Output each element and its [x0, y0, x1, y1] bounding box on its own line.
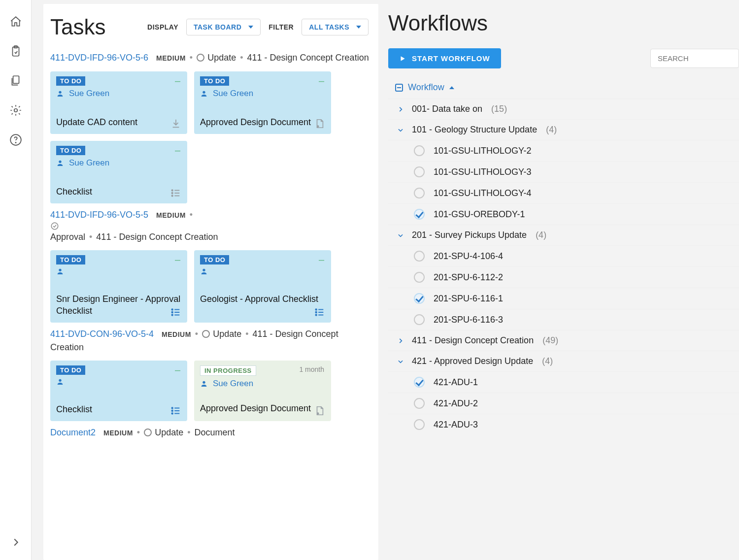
workflow-leaf[interactable]: 101-GSU-LITHOLOGY-3 [388, 161, 739, 182]
workflow-leaf[interactable]: 421-ADU-1 [388, 371, 739, 393]
dash-icon: – [175, 145, 180, 156]
gear-icon[interactable] [8, 102, 24, 118]
chevron-down-icon [356, 26, 361, 29]
assignee: Sue Green [200, 379, 325, 389]
documents-icon[interactable] [8, 73, 24, 89]
workflow-node[interactable]: 421 - Approved Design Update(4) [388, 351, 739, 371]
task-group-link[interactable]: Document2 [50, 428, 96, 437]
workflow-leaf[interactable]: 421-ADU-3 [388, 414, 739, 435]
workflow-leaf[interactable]: 421-ADU-2 [388, 393, 739, 414]
svg-point-17 [171, 314, 172, 315]
workflow-leaf[interactable]: 201-SPU-6-112-2 [388, 266, 739, 288]
task-card[interactable]: TO DO–Sue GreenUpdate CAD content [50, 71, 187, 134]
workflow-leaf-label: 101-GSU-OREBODY-1 [434, 209, 525, 220]
workflow-node[interactable]: 411 - Design Concept Creation(49) [388, 330, 739, 351]
home-icon[interactable] [8, 14, 24, 30]
workflow-leaf[interactable]: 201-SPU-4-106-4 [388, 245, 739, 266]
left-icon-bar [0, 0, 32, 560]
status-badge: TO DO [56, 255, 85, 264]
task-card[interactable]: TO DO–Checklist [50, 361, 187, 421]
list-blue-icon [170, 307, 181, 318]
clipboard-icon[interactable] [8, 43, 24, 59]
workflow-label: 411 - Design Concept Creation [96, 232, 218, 242]
card-title: Snr Design Engineer - Approval Checklist [56, 293, 181, 317]
status-badge: TO DO [56, 365, 85, 375]
workflow-leaf[interactable]: 101-GSU-LITHOLOGY-4 [388, 182, 739, 203]
status-circle-icon [414, 398, 425, 409]
task-card[interactable]: TO DO–Sue GreenApproved Design Document [194, 71, 331, 134]
workflow-leaf[interactable]: 101-GSU-OREBODY-1 [388, 203, 739, 225]
stage-label: Approval [50, 232, 85, 242]
task-group-link[interactable]: 411-DVD-CON-96-VO-5-4 [50, 329, 154, 339]
task-group-header: 411-DVD-IFD-96-VO-5-5 MEDIUM•Approval•41… [43, 208, 378, 246]
dash-icon: – [319, 254, 324, 265]
priority-label: MEDIUM [156, 54, 186, 62]
workflow-search-input[interactable] [650, 49, 739, 68]
priority-label: MEDIUM [103, 429, 133, 437]
task-group-link[interactable]: 411-DVD-IFD-96-VO-5-6 [50, 53, 148, 63]
svg-point-14 [59, 269, 61, 271]
task-card[interactable]: TO DO–Geologist - Approval Checklist [194, 250, 331, 323]
svg-point-8 [317, 125, 319, 128]
status-circle-icon [414, 293, 425, 304]
svg-rect-2 [13, 76, 19, 83]
chevron-icon [397, 232, 405, 239]
card-meta: 1 month [299, 365, 324, 373]
svg-point-22 [59, 379, 61, 382]
list-icon [170, 188, 181, 198]
workflow-leaf-label: 101-GSU-LITHOLOGY-2 [434, 146, 531, 156]
workflow-node[interactable]: 101 - Geology Structure Update(4) [388, 119, 739, 140]
filter-select[interactable]: ALL TASKS [302, 19, 369, 35]
workflow-leaf[interactable]: 201-SPU-6-116-3 [388, 309, 739, 330]
workflow-leaf-label: 421-ADU-1 [434, 377, 478, 388]
priority-label: MEDIUM [156, 211, 186, 219]
workflow-node-count: (15) [491, 104, 507, 114]
display-select[interactable]: TASK BOARD [186, 19, 261, 35]
play-icon [399, 55, 406, 62]
workflow-node-count: (4) [536, 230, 546, 240]
card-title: Checklist [56, 186, 181, 198]
task-group-header: 411-DVD-IFD-96-VO-5-6 MEDIUM•Update•411 … [43, 51, 378, 67]
assignee: Sue Green [200, 89, 325, 99]
expand-sidebar-icon[interactable] [8, 534, 24, 550]
svg-point-26 [202, 381, 205, 384]
svg-point-6 [59, 91, 61, 94]
workflow-node-count: (4) [546, 125, 557, 135]
stage-label: Update [213, 329, 241, 339]
tasks-title: Tasks [50, 15, 105, 39]
svg-point-27 [317, 412, 319, 415]
svg-point-19 [315, 309, 316, 310]
stage-label: Update [207, 53, 236, 63]
filter-label: FILTER [269, 23, 294, 31]
workflow-label: Document [195, 428, 235, 437]
task-group-link[interactable]: 411-DVD-IFD-96-VO-5-5 [50, 210, 148, 220]
card-title: Geologist - Approval Checklist [200, 293, 325, 305]
workflow-leaf-label: 201-SPU-4-106-4 [434, 251, 503, 262]
task-card[interactable]: TO DO–Sue GreenChecklist [50, 141, 187, 203]
chevron-icon [397, 106, 405, 113]
svg-point-16 [171, 312, 172, 313]
workflow-leaf-label: 101-GSU-LITHOLOGY-3 [434, 167, 531, 177]
svg-point-20 [315, 312, 316, 313]
workflow-leaf[interactable]: 201-SPU-6-116-1 [388, 288, 739, 309]
workflow-leaf[interactable]: 101-GSU-LITHOLOGY-2 [388, 140, 739, 161]
task-card[interactable]: IN PROGRESS1 monthSue GreenApproved Desi… [194, 361, 331, 421]
workflow-node[interactable]: 201 - Survey Pickups Update(4) [388, 225, 739, 245]
status-badge: TO DO [200, 76, 229, 86]
workflow-root[interactable]: Workflow [388, 78, 739, 99]
chevron-icon [397, 358, 405, 365]
dash-icon: – [175, 75, 180, 87]
assignee: Sue Green [56, 158, 181, 168]
svg-point-3 [14, 109, 17, 112]
card-title: Update CAD content [56, 116, 181, 128]
list-blue-icon [314, 307, 325, 318]
chevron-icon [397, 337, 405, 344]
start-workflow-button[interactable]: START WORKFLOW [388, 48, 501, 68]
workflow-leaf-label: 421-ADU-3 [434, 420, 478, 430]
workflow-node[interactable]: 001- Data take on(15) [388, 99, 739, 119]
task-card[interactable]: TO DO–Snr Design Engineer - Approval Che… [50, 250, 187, 323]
workflow-node-count: (4) [542, 356, 553, 366]
svg-point-5 [15, 142, 16, 143]
help-icon[interactable] [8, 132, 24, 148]
status-badge: TO DO [56, 76, 85, 86]
